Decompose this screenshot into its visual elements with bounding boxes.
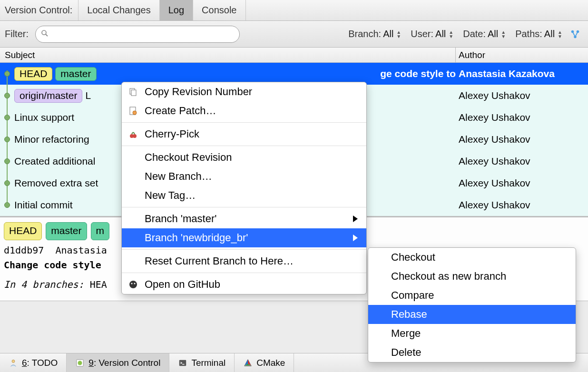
filter-label: Filter: [5, 29, 29, 39]
cherry-icon [127, 128, 139, 140]
commit-author: Alexey Ushakov [456, 90, 588, 101]
svg-point-0 [42, 30, 46, 35]
commit-author: Alexey Ushakov [456, 177, 588, 189]
svg-line-1 [46, 34, 48, 36]
svg-point-5 [12, 360, 15, 362]
commit-subject: Minor refactoring [14, 134, 89, 145]
log-column-headers: Subject Author [0, 48, 588, 63]
panel-title: Version Control: [0, 0, 78, 20]
menu-reset-branch[interactable]: Reset Current Branch to Here… [122, 252, 366, 271]
submenu-rebase[interactable]: Rebase [368, 305, 576, 324]
svg-rect-15 [131, 90, 136, 96]
tab-local-changes[interactable]: Local Changes [78, 0, 159, 20]
commit-author-detail: Anastasia [55, 245, 107, 256]
commit-subject: Removed extra set [14, 177, 98, 189]
submenu-arrow-icon [353, 215, 358, 222]
submenu-arrow-icon [353, 235, 358, 241]
commit-subject: ge code style to [380, 68, 456, 79]
menu-copy-revision[interactable]: Copy Revision Number [122, 82, 366, 101]
commit-dot-icon [4, 158, 10, 164]
menu-cherry-pick[interactable]: Cherry-Pick [122, 125, 366, 144]
commit-dot-icon [4, 71, 10, 77]
github-icon [127, 279, 139, 290]
commit-author: Alexey Ushakov [456, 134, 588, 145]
tool-tab-version-control[interactable]: 9: Version Control [67, 353, 169, 372]
branches-label: In 4 branches: [4, 279, 84, 290]
filter-branch[interactable]: Branch: All ▲▼ [348, 29, 401, 39]
filter-search[interactable] [35, 26, 240, 43]
ref-tag-origin-master: origin/master [14, 89, 82, 103]
commit-author: Alexey Ushakov [456, 112, 588, 123]
svg-point-20 [129, 281, 137, 288]
menu-new-tag[interactable]: New Tag… [122, 186, 366, 205]
context-menu: Copy Revision Number Create Patch… Cherr… [121, 82, 367, 294]
commit-subject: Created additional [14, 156, 95, 167]
menu-separator [122, 122, 366, 123]
menu-separator [122, 207, 366, 207]
commit-dot-icon [4, 93, 10, 98]
commit-subject: L [85, 90, 91, 101]
svg-point-21 [131, 283, 133, 284]
stepper-icon: ▲▼ [501, 30, 506, 39]
svg-point-19 [133, 134, 137, 138]
graph-view-toggle[interactable] [567, 26, 583, 42]
ref-tag-master: master [46, 222, 87, 240]
menu-create-patch[interactable]: Create Patch… [122, 101, 366, 120]
commit-dot-icon [4, 202, 10, 208]
col-author[interactable]: Author [456, 48, 588, 62]
commit-author: Alexey Ushakov [456, 156, 588, 167]
tool-tab-cmake[interactable]: CMake [235, 353, 294, 372]
filter-user[interactable]: User: All ▲▼ [411, 29, 453, 39]
ref-tag-extra: m [91, 222, 110, 240]
menu-branch-newbridge[interactable]: Branch 'newbridge_br' [122, 228, 366, 247]
vcs-icon [75, 358, 85, 368]
col-subject[interactable]: Subject [0, 48, 456, 62]
ref-tag-head: HEAD [14, 67, 52, 81]
filter-date[interactable]: Date: All ▲▼ [463, 29, 506, 39]
commit-hash: d1ddb97 [4, 245, 44, 256]
menu-separator [122, 146, 366, 146]
cmake-icon [243, 358, 253, 368]
filter-paths[interactable]: Paths: All ▲▼ [515, 29, 562, 39]
search-icon [41, 29, 49, 39]
commit-dot-icon [4, 180, 10, 186]
commit-dot-icon [4, 137, 10, 142]
branches-value: HEA [90, 279, 107, 290]
terminal-icon [178, 358, 187, 368]
menu-checkout-revision[interactable]: Checkout Revision [122, 148, 366, 167]
filter-bar: Filter: Branch: All ▲▼ User: All ▲▼ Date… [0, 21, 588, 48]
stepper-icon: ▲▼ [449, 30, 453, 39]
svg-rect-8 [179, 360, 186, 366]
commit-subject: Initial commit [14, 199, 73, 211]
tab-console[interactable]: Console [193, 0, 245, 20]
filter-input[interactable] [35, 26, 240, 43]
commit-subject: Linux support [14, 112, 74, 123]
menu-branch-master[interactable]: Branch 'master' [122, 209, 366, 228]
svg-point-22 [134, 283, 136, 284]
commit-dot-icon [4, 115, 10, 120]
svg-point-17 [133, 111, 137, 115]
tab-log[interactable]: Log [160, 0, 193, 20]
tool-tab-todo[interactable]: 6: TODO [0, 353, 67, 372]
menu-separator [122, 249, 366, 250]
commit-author: Alexey Ushakov [456, 199, 588, 211]
menu-separator [122, 273, 366, 273]
stepper-icon: ▲▼ [558, 30, 562, 39]
menu-new-branch[interactable]: New Branch… [122, 167, 366, 186]
top-tab-bar: Version Control: Local Changes Log Conso… [0, 0, 588, 21]
tool-tab-terminal[interactable]: Terminal [169, 353, 235, 372]
submenu-checkout[interactable]: Checkout [368, 248, 576, 267]
ref-tag-head: HEAD [4, 222, 42, 240]
submenu-delete[interactable]: Delete [368, 343, 576, 362]
commit-author: Anastasia Kazakova [456, 68, 588, 79]
submenu-compare[interactable]: Compare [368, 286, 576, 305]
patch-icon [127, 105, 139, 117]
todo-icon [9, 358, 18, 368]
submenu-checkout-new[interactable]: Checkout as new branch [368, 267, 576, 286]
copy-icon [127, 86, 139, 98]
branch-submenu: Checkout Checkout as new branch Compare … [368, 247, 576, 362]
submenu-merge[interactable]: Merge [368, 324, 576, 343]
menu-open-github[interactable]: Open on GitHub [122, 275, 366, 294]
svg-point-7 [78, 361, 82, 365]
ref-tag-master: master [55, 67, 96, 81]
